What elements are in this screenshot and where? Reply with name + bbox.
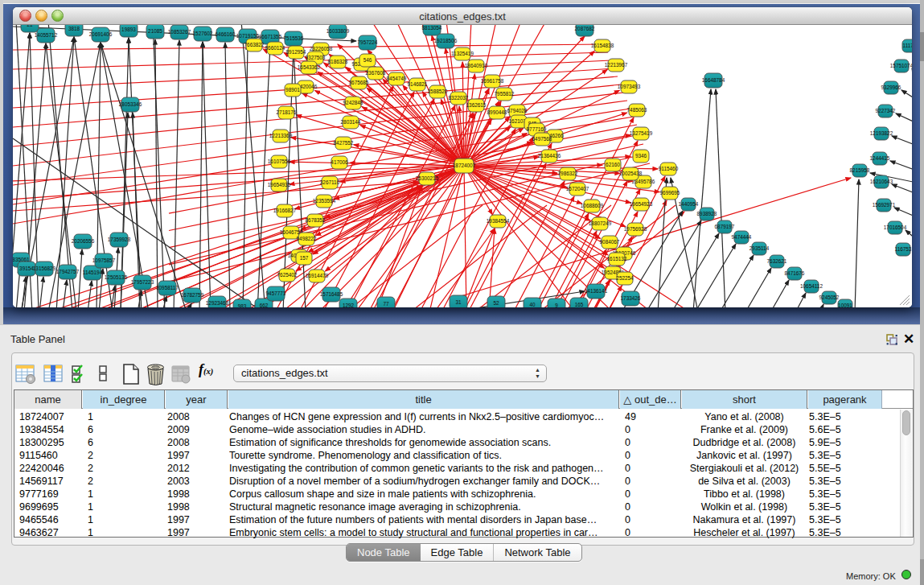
svg-text:8813054: 8813054 <box>422 25 442 31</box>
svg-text:6497568: 6497568 <box>532 136 552 142</box>
svg-text:1440954: 1440954 <box>679 201 699 207</box>
svg-text:8938928: 8938928 <box>697 211 717 216</box>
svg-text:14136141: 14136141 <box>585 288 608 294</box>
svg-text:8678352: 8678352 <box>306 217 326 223</box>
svg-text:39154: 39154 <box>19 266 34 271</box>
svg-text:12213967: 12213967 <box>605 62 628 68</box>
svg-text:10973493: 10973493 <box>618 84 641 89</box>
svg-text:25300215: 25300215 <box>416 175 439 181</box>
svg-text:16648784: 16648784 <box>702 77 725 83</box>
svg-text:6879197: 6879197 <box>715 224 735 229</box>
svg-text:8990448: 8990448 <box>487 109 507 115</box>
svg-text:19166827: 19166827 <box>273 208 297 213</box>
svg-text:8912954: 8912954 <box>286 49 306 55</box>
svg-text:16961758: 16961758 <box>481 78 504 84</box>
svg-text:9699695: 9699695 <box>660 190 680 196</box>
svg-text:19756928: 19756928 <box>624 226 647 232</box>
svg-text:11172: 11172 <box>903 43 912 48</box>
svg-text:12353594: 12353594 <box>313 198 336 204</box>
svg-text:52: 52 <box>493 300 499 306</box>
svg-text:9498222: 9498222 <box>297 236 317 241</box>
svg-text:16210643: 16210643 <box>870 179 893 184</box>
svg-text:21085: 21085 <box>148 28 162 34</box>
svg-text:12505135: 12505135 <box>105 274 128 280</box>
svg-text:7955812: 7955812 <box>495 91 515 97</box>
svg-text:16782759: 16782759 <box>181 292 204 298</box>
svg-text:9777169: 9777169 <box>527 126 547 132</box>
svg-text:1733426: 1733426 <box>621 295 641 301</box>
svg-text:116753: 116753 <box>895 246 912 252</box>
svg-text:18640910: 18640910 <box>465 63 488 68</box>
svg-text:11325419: 11325419 <box>451 51 474 56</box>
svg-text:15716485: 15716485 <box>320 291 343 297</box>
svg-text:12213369: 12213369 <box>269 133 293 138</box>
svg-text:10719155: 10719155 <box>236 33 260 39</box>
svg-text:15692971: 15692971 <box>873 202 896 208</box>
svg-text:21: 21 <box>27 25 33 27</box>
svg-text:8215958: 8215958 <box>850 167 870 173</box>
svg-text:3818: 3818 <box>68 26 80 31</box>
svg-text:15751074: 15751074 <box>890 63 912 68</box>
svg-text:20206556: 20206556 <box>72 238 95 244</box>
svg-text:16154838: 16154838 <box>591 43 614 48</box>
svg-text:17957223: 17957223 <box>131 279 154 285</box>
svg-text:8427552: 8427552 <box>334 140 354 146</box>
svg-text:16914479: 16914479 <box>306 273 329 278</box>
svg-text:9327503: 9327503 <box>306 55 326 60</box>
svg-text:17942757: 17942757 <box>56 269 80 274</box>
svg-text:19893: 19893 <box>121 27 136 32</box>
svg-text:8186328: 8186328 <box>328 59 348 64</box>
svg-text:10853267: 10853267 <box>168 29 191 35</box>
svg-text:18724007: 18724007 <box>453 163 476 168</box>
svg-text:9146821: 9146821 <box>408 81 428 87</box>
svg-text:31: 31 <box>455 299 462 305</box>
svg-text:7957224: 7957224 <box>358 39 378 45</box>
svg-text:1588520: 1588520 <box>428 89 448 94</box>
svg-text:19654923: 19654923 <box>630 201 653 207</box>
svg-text:983: 983 <box>238 303 247 307</box>
svg-text:23226058: 23226058 <box>310 46 333 51</box>
svg-text:2935114: 2935114 <box>749 245 770 251</box>
svg-text:17016504: 17016504 <box>884 225 907 230</box>
svg-text:1615132: 1615132 <box>607 256 627 262</box>
svg-text:662: 662 <box>260 303 269 307</box>
svg-text:1244415: 1244415 <box>870 155 890 161</box>
svg-text:12923468: 12923468 <box>206 300 229 306</box>
svg-text:1362615: 1362615 <box>466 102 487 108</box>
svg-text:9346: 9346 <box>635 153 647 159</box>
svg-text:252254: 252254 <box>616 275 634 281</box>
svg-text:8454749: 8454749 <box>387 76 407 81</box>
svg-text:6794028: 6794028 <box>507 108 528 113</box>
svg-text:8471676: 8471676 <box>785 270 805 276</box>
svg-text:9084067: 9084067 <box>600 239 620 245</box>
svg-text:7625402: 7625402 <box>277 272 298 278</box>
svg-text:7515536: 7515536 <box>284 35 304 41</box>
svg-text:16033809: 16033809 <box>326 28 350 34</box>
svg-text:16671355: 16671355 <box>259 34 282 39</box>
svg-text:157: 157 <box>300 255 309 261</box>
svg-text:2367608: 2367608 <box>366 70 386 76</box>
svg-text:9245052: 9245052 <box>819 295 840 300</box>
svg-text:62160: 62160 <box>606 162 620 167</box>
svg-text:8322037: 8322037 <box>449 95 469 101</box>
svg-text:28053346: 28053346 <box>119 101 142 107</box>
svg-text:16107556: 16107556 <box>268 159 291 164</box>
svg-text:18807249: 18807249 <box>589 220 612 226</box>
svg-text:6466160: 6466160 <box>216 31 236 37</box>
svg-text:9457771: 9457771 <box>266 290 286 296</box>
svg-text:2718176: 2718176 <box>277 109 297 115</box>
svg-text:10091: 10091 <box>838 303 852 307</box>
svg-text:10025438: 10025438 <box>619 171 643 176</box>
svg-text:77: 77 <box>383 301 389 307</box>
svg-text:9227342: 9227342 <box>876 108 896 113</box>
svg-text:8660124: 8660124 <box>265 45 285 51</box>
svg-text:13275419: 13275419 <box>630 130 653 136</box>
svg-text:15720407: 15720407 <box>566 186 589 192</box>
svg-text:10688609: 10688609 <box>581 203 604 208</box>
svg-text:19384554: 19384554 <box>487 218 510 224</box>
svg-text:16543362: 16543362 <box>298 64 321 70</box>
svg-text:9329966: 9329966 <box>881 84 901 90</box>
svg-text:417006: 417006 <box>331 159 348 165</box>
svg-text:9242848: 9242848 <box>343 100 363 105</box>
svg-text:2803144: 2803144 <box>341 119 361 125</box>
